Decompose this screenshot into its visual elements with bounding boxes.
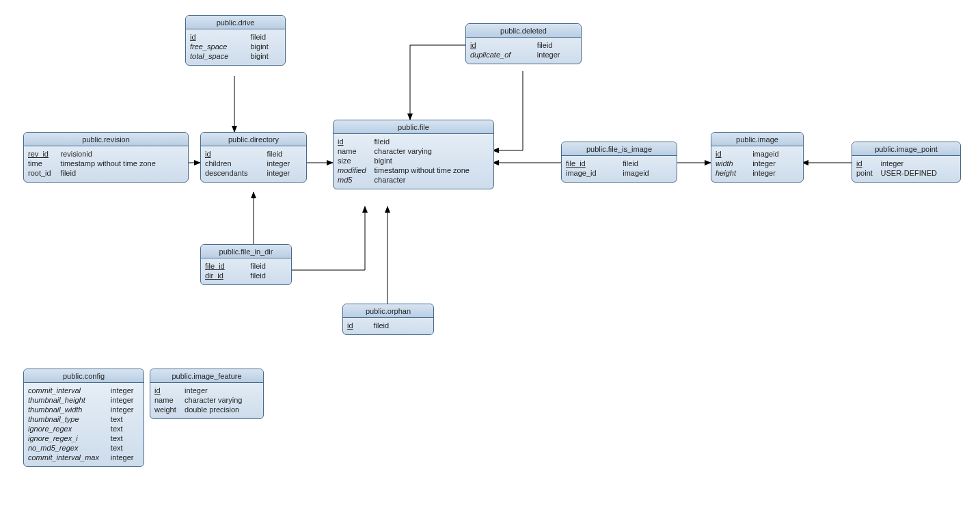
column-row: free_spacebigint: [190, 42, 281, 51]
column-row: md5character: [338, 175, 489, 185]
entity-title: public.revision: [24, 133, 188, 146]
column-type: integer: [881, 159, 956, 168]
column-row: sizebigint: [338, 156, 489, 165]
column-row: no_md5_regextext: [28, 443, 139, 453]
entity-columns: idfileidchildrenintegerdescendantsintege…: [201, 146, 306, 182]
column-name: descendants: [205, 168, 267, 178]
column-name: thumbnail_height: [28, 395, 111, 405]
entity-file_is_image[interactable]: public.file_is_imagefile_idfileidimage_i…: [561, 142, 677, 183]
column-row: descendantsinteger: [205, 168, 302, 178]
column-type: imageid: [752, 149, 799, 159]
column-name: ignore_regex: [28, 424, 111, 433]
column-type: timestamp without time zone: [375, 165, 489, 175]
column-name: commit_interval_max: [28, 453, 111, 462]
column-row: widthinteger: [716, 159, 799, 168]
column-name: id: [190, 32, 251, 42]
column-name: file_id: [566, 159, 623, 168]
column-name: ignore_regex_i: [28, 433, 111, 443]
column-type: character varying: [185, 395, 259, 405]
entity-title: public.deleted: [466, 24, 581, 38]
column-type: imageid: [623, 168, 672, 178]
entity-deleted[interactable]: public.deletedidfileidduplicate_ofintege…: [465, 23, 582, 64]
column-name: weight: [154, 405, 185, 414]
entity-title: public.directory: [201, 133, 306, 146]
column-type: integer: [111, 395, 139, 405]
column-row: rev_idrevisionid: [28, 149, 184, 159]
entity-file_in_dir[interactable]: public.file_in_dirfile_idfileiddir_idfil…: [200, 244, 292, 285]
column-row: namecharacter varying: [154, 395, 259, 405]
column-type: integer: [752, 168, 799, 178]
column-name: file_id: [205, 261, 250, 271]
entity-columns: idfileidduplicate_ofinteger: [466, 38, 581, 64]
column-name: thumbnail_type: [28, 414, 111, 424]
column-name: id: [716, 149, 752, 159]
relationship-edge: [410, 45, 465, 120]
column-type: fileid: [250, 271, 287, 280]
column-row: weightdouble precision: [154, 405, 259, 414]
column-type: fileid: [251, 32, 282, 42]
column-row: idimageid: [716, 149, 799, 159]
entity-columns: file_idfileidimage_idimageid: [562, 156, 677, 182]
column-row: idfileid: [205, 149, 302, 159]
column-name: thumbnail_width: [28, 405, 111, 414]
entity-columns: idimageidwidthintegerheightinteger: [711, 146, 803, 182]
column-row: namecharacter varying: [338, 146, 489, 156]
column-type: integer: [111, 386, 139, 395]
column-type: integer: [267, 159, 302, 168]
column-row: ignore_regex_itext: [28, 433, 139, 443]
column-row: idinteger: [154, 386, 259, 395]
entity-image_feature[interactable]: public.image_featureidintegernamecharact…: [150, 369, 264, 419]
column-name: commit_interval: [28, 386, 111, 395]
edges-layer: [0, 0, 980, 521]
entity-drive[interactable]: public.driveidfileidfree_spacebiginttota…: [185, 15, 286, 66]
column-type: fileid: [373, 321, 429, 330]
column-row: idfileid: [338, 137, 489, 146]
entity-title: public.file_in_dir: [201, 245, 291, 258]
column-row: timetimestamp without time zone: [28, 159, 184, 168]
column-type: double precision: [185, 405, 259, 414]
column-row: thumbnail_typetext: [28, 414, 139, 424]
column-row: heightinteger: [716, 168, 799, 178]
column-type: integer: [537, 50, 577, 59]
column-type: text: [111, 443, 139, 453]
entity-orphan[interactable]: public.orphanidfileid: [342, 304, 434, 335]
column-type: USER-DEFINED: [881, 168, 956, 178]
column-row: image_idimageid: [566, 168, 672, 178]
column-row: thumbnail_heightinteger: [28, 395, 139, 405]
column-row: childreninteger: [205, 159, 302, 168]
entity-config[interactable]: public.configcommit_intervalintegerthumb…: [23, 369, 144, 467]
column-name: rev_id: [28, 149, 60, 159]
entity-directory[interactable]: public.directoryidfileidchildrenintegerd…: [200, 132, 307, 183]
column-type: integer: [752, 159, 799, 168]
column-type: integer: [111, 405, 139, 414]
column-row: total_spacebigint: [190, 51, 281, 61]
entity-image_point[interactable]: public.image_pointidintegerpointUSER-DEF…: [852, 142, 961, 183]
column-type: fileid: [375, 137, 489, 146]
column-row: root_idfileid: [28, 168, 184, 178]
entity-title: public.config: [24, 369, 144, 383]
column-row: idfileid: [347, 321, 429, 330]
entity-columns: idfileidnamecharacter varyingsizebigintm…: [334, 134, 493, 189]
column-type: bigint: [375, 156, 489, 165]
column-name: duplicate_of: [470, 50, 537, 59]
column-type: text: [111, 433, 139, 443]
entity-file[interactable]: public.fileidfileidnamecharacter varying…: [333, 120, 494, 189]
entity-title: public.image: [711, 133, 803, 146]
entity-columns: commit_intervalintegerthumbnail_heightin…: [24, 383, 144, 466]
column-name: modified: [338, 165, 375, 175]
column-row: commit_intervalinteger: [28, 386, 139, 395]
column-type: timestamp without time zone: [60, 159, 184, 168]
column-row: modifiedtimestamp without time zone: [338, 165, 489, 175]
entity-revision[interactable]: public.revisionrev_idrevisionidtimetimes…: [23, 132, 189, 183]
entity-image[interactable]: public.imageidimageidwidthintegerheighti…: [711, 132, 804, 183]
entity-columns: idfileid: [343, 318, 433, 334]
entity-title: public.drive: [186, 16, 285, 29]
column-name: dir_id: [205, 271, 250, 280]
column-type: fileid: [60, 168, 184, 178]
column-type: fileid: [623, 159, 672, 168]
column-name: id: [205, 149, 267, 159]
column-name: size: [338, 156, 375, 165]
column-type: character: [375, 175, 489, 185]
column-type: character varying: [375, 146, 489, 156]
column-name: id: [856, 159, 881, 168]
